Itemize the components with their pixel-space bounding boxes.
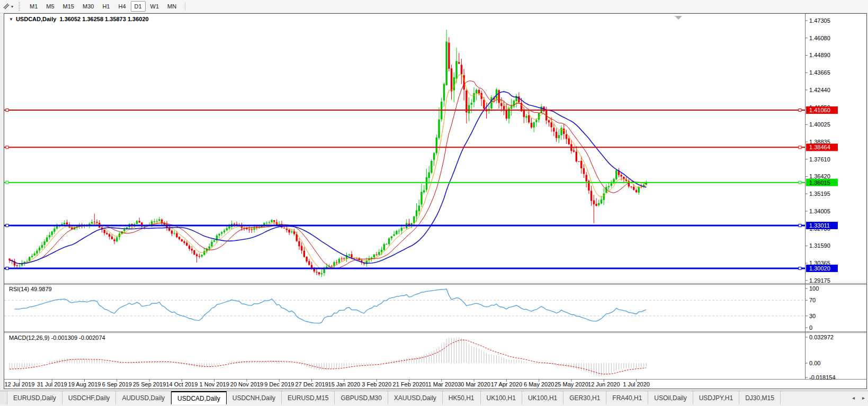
tab-usdchf-daily[interactable]: USDCHF,Daily (62, 391, 117, 404)
price-tag-1.30020: 1.30020 (806, 265, 838, 272)
time-axis-label: 12 Jul 2019 (4, 381, 34, 387)
macd-histogram (10, 337, 646, 376)
timeframe-button-m1[interactable]: M1 (26, 1, 41, 12)
rsi-tick-label: 30 (809, 313, 816, 319)
price-tick-label: 1.29175 (809, 277, 830, 284)
tab-audusd-daily[interactable]: AUDUSD,Daily (116, 391, 171, 404)
tabs-scroll-left-icon[interactable]: ◂ (852, 395, 855, 401)
hline-handle[interactable] (6, 267, 8, 269)
hline-1.36015[interactable] (4, 181, 805, 184)
price-tag-label: 1.38464 (809, 144, 830, 150)
toolbar-separator (185, 2, 185, 11)
timeframe-button-m30[interactable]: M30 (79, 1, 97, 12)
hline-1.30020[interactable] (4, 267, 805, 269)
time-axis-label: 14 Oct 2019 (166, 381, 198, 387)
timeframe-button-mn[interactable]: MN (164, 1, 180, 12)
time-axis-label: 11 Mar 2020 (425, 381, 458, 387)
price-tag-1.36015: 1.36015 (806, 179, 838, 186)
timeframe-button-m15[interactable]: M15 (59, 1, 78, 12)
tab-eurusd-m15[interactable]: EURUSD,M15 (282, 391, 335, 404)
time-axis-label: 6 Sep 2019 (102, 381, 132, 387)
price-tick-label: 1.42440 (809, 87, 830, 93)
price-tick-label: 1.44890 (809, 52, 830, 58)
macd-tick-label: 0.00 (809, 360, 820, 366)
tab-usdcad-daily[interactable]: USDCAD,Daily (171, 391, 227, 404)
timeframe-button-w1[interactable]: W1 (147, 1, 163, 12)
price-tick-label: 1.47305 (809, 17, 830, 24)
rsi-tick-label: 0 (809, 324, 812, 331)
tab-fra40-h1[interactable]: FRA40,H1 (606, 391, 648, 404)
ma-mid-line (10, 81, 646, 268)
time-axis-label: 17 Apr 2020 (491, 381, 522, 387)
chart-tool-caret-icon[interactable]: ▾ (11, 4, 13, 9)
tab-hk50-h1[interactable]: HK50,H1 (443, 391, 481, 404)
chart-tool-icon[interactable] (2, 2, 11, 11)
tab-gbpusd-m30[interactable]: GBPUSD,M30 (335, 391, 388, 404)
time-axis-label: 25 May 2020 (554, 381, 588, 387)
hline-handle[interactable] (799, 146, 801, 149)
timeframe-button-d1[interactable]: D1 (131, 1, 146, 12)
hline-1.33011[interactable] (4, 224, 805, 227)
price-tick-label: 1.43665 (809, 69, 830, 76)
price-tag-1.33011: 1.33011 (806, 222, 838, 229)
rsi-tick-label: 70 (809, 297, 816, 303)
timeframe-button-h4[interactable]: H4 (114, 1, 129, 12)
hline-handle[interactable] (6, 146, 8, 149)
price-chart[interactable]: 1.473051.460801.448901.436651.424401.412… (4, 14, 866, 389)
timeframe-button-m5[interactable]: M5 (42, 1, 58, 12)
time-axis-label: 1 Jul 2020 (623, 381, 650, 387)
ma-fast-line (10, 75, 646, 269)
tab-eurusd-daily[interactable]: EURUSD,Daily (7, 391, 62, 404)
price-tag-1.41060: 1.41060 (806, 106, 838, 114)
tab-items: EURUSD,DailyUSDCHF,DailyAUDUSD,DailyUSDC… (7, 391, 781, 404)
price-tag-1.38464: 1.38464 (806, 143, 838, 151)
time-axis-label: 19 Aug 2019 (68, 381, 101, 387)
time-axis-label: 31 Jul 2019 (37, 381, 67, 387)
rsi-line (14, 289, 646, 323)
hline-handle[interactable] (799, 181, 801, 184)
tabs-scroll-right-icon[interactable]: ▸ (862, 395, 865, 401)
rsi-tick-label: 100 (809, 285, 819, 292)
macd-signal-line (10, 340, 646, 374)
hline-handle[interactable] (6, 109, 8, 112)
timeframe-button-h1[interactable]: H1 (99, 1, 113, 12)
time-axis-label: 30 Mar 2020 (458, 381, 490, 387)
hline-handle[interactable] (799, 109, 801, 112)
time-axis-label: 15 Jan 2020 (328, 381, 361, 387)
time-axis-label: 12 Jun 2020 (588, 381, 620, 387)
horizontal-lines[interactable] (4, 109, 805, 270)
price-tag-label: 1.36015 (809, 179, 830, 186)
tabbar-arrows: ◂ ▸ (847, 391, 865, 404)
price-tick-label: 1.37610 (809, 156, 830, 163)
tab-uk100-h1[interactable]: UK100,H1 (481, 391, 522, 404)
candles-layer (8, 30, 647, 277)
tab-uk100-h1[interactable]: UK100,H1 (522, 391, 563, 404)
time-axis-label: 21 Feb 2020 (393, 381, 426, 387)
tab-dj30-m15[interactable]: DJ30,M15 (739, 391, 781, 404)
chart-window: 1.473051.460801.448901.436651.424401.412… (4, 13, 867, 389)
time-axis-label: 25 Sep 2019 (133, 381, 166, 387)
price-axis: 1.473051.460801.448901.436651.424401.412… (805, 17, 838, 284)
hline-handle[interactable] (799, 267, 801, 269)
ma-slow-line (10, 92, 646, 264)
hline-1.41060[interactable] (4, 109, 805, 112)
tab-xauusd-daily[interactable]: XAUUSD,Daily (388, 391, 443, 404)
hline-handle[interactable] (6, 181, 8, 184)
tab-usdcnh-daily[interactable]: USDCNH,Daily (227, 391, 282, 404)
price-tag-label: 1.30020 (809, 265, 830, 272)
tab-ger30-h1[interactable]: GER30,H1 (563, 391, 606, 404)
pane-frames (4, 14, 866, 380)
hline-handle[interactable] (799, 224, 801, 227)
tab-usoil-daily[interactable]: USOil,Daily (648, 391, 693, 404)
time-axis-label: 3 Feb 2020 (362, 381, 391, 387)
rsi-pane: 10070300 (4, 285, 819, 331)
chart-shift-marker-icon[interactable] (675, 16, 682, 20)
timeframe-buttons: M1M5M15M30H1H4D1W1MN (25, 1, 181, 12)
tab-usdjpy-h1[interactable]: USDJPY,H1 (693, 391, 739, 404)
hline-1.38464[interactable] (4, 146, 805, 149)
price-tick-label: 1.35195 (809, 191, 830, 197)
time-axis-label: 27 Dec 2019 (295, 381, 328, 387)
toolbar-grip[interactable] (19, 2, 20, 11)
time-axis-label: 1 Nov 2019 (200, 381, 229, 387)
hline-handle[interactable] (6, 224, 8, 227)
